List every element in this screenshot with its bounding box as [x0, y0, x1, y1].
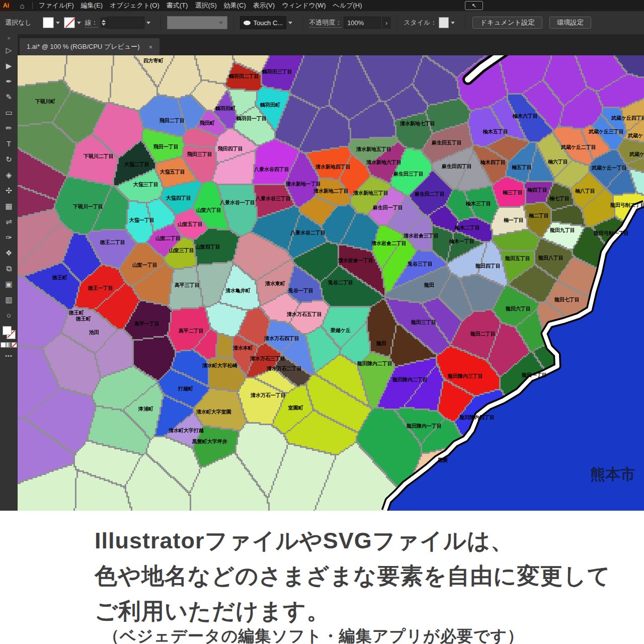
direct-selection-tool[interactable]: ▶: [0, 58, 18, 73]
blend-tool[interactable]: ❖: [0, 245, 18, 261]
district-label: 大窪四丁目: [166, 195, 191, 202]
district-label: 楠八丁目: [575, 188, 595, 195]
caption-area: IllustratorファイルやSVGファイルは、色や地名などのさまざまな要素を…: [0, 511, 644, 644]
fill-color-swatch[interactable]: [43, 17, 54, 28]
brush-definition-dropdown[interactable]: [167, 16, 227, 29]
pointer-tool-icon[interactable]: ↖: [465, 1, 483, 10]
brush-name-caret-icon[interactable]: [288, 22, 292, 24]
rectangle-tool[interactable]: ▭: [0, 105, 18, 120]
menu-item-8[interactable]: ヘルプ(H): [333, 1, 362, 10]
district-label: 楡木五丁目: [483, 128, 508, 135]
fill-proxy[interactable]: [3, 326, 12, 335]
none-button[interactable]: [12, 342, 17, 348]
menu-item-0[interactable]: ファイル(F): [39, 1, 74, 10]
zoom-tool[interactable]: ○: [0, 307, 18, 323]
menu-item-2[interactable]: オブジェクト(O): [110, 1, 159, 10]
color-mode-buttons[interactable]: [1, 342, 17, 348]
district-label: 龍田陳内三丁目: [448, 373, 483, 380]
document-canvas[interactable]: 四方寄町下硯川町下硯川二丁目下硯川一丁目鶴羽田二丁目鶴羽田三丁目鶴羽田町鶴羽田町…: [18, 55, 644, 511]
style-swatch[interactable]: [439, 17, 449, 28]
toolbar-collapse-icon[interactable]: »: [8, 34, 11, 42]
gradient-tool[interactable]: ▦: [0, 198, 18, 214]
district-label: 楠七丁目: [549, 195, 570, 202]
district-label: 清水亀井町: [225, 287, 251, 294]
rotate-tool[interactable]: ↻: [0, 151, 18, 167]
district-label: 麻生田二丁目: [415, 191, 445, 198]
gradient-button[interactable]: [6, 342, 12, 348]
preferences-button[interactable]: 環境設定: [549, 17, 591, 29]
district-label: 楡木二丁目: [455, 224, 480, 231]
divider: [302, 15, 303, 30]
district-label: 鶴羽田町: [260, 102, 280, 109]
district-label: 徳王二丁目: [100, 239, 125, 246]
stroke-caret-icon[interactable]: [77, 22, 81, 24]
stroke-weight-stepper[interactable]: [100, 17, 107, 28]
menu-bar: Ai ⌂ ファイル(F)編集(E)オブジェクト(O)書式(T)選択(S)効果(C…: [0, 0, 644, 11]
district-label: 兎谷三丁目: [408, 261, 433, 268]
district-label: 清水新地四丁目: [315, 164, 351, 171]
district-label: 龍田六丁目: [506, 305, 531, 312]
menu-item-1[interactable]: 編集(E): [81, 1, 103, 10]
district-label: 龍田弓削二丁目: [610, 202, 644, 209]
district-label: 飛田四丁目: [218, 145, 243, 152]
opacity-more-icon[interactable]: ›: [382, 17, 391, 29]
menu-item-7[interactable]: ウィンドウ(W): [282, 1, 326, 10]
stroke-weight-caret-icon[interactable]: [146, 22, 150, 24]
ai-logo-icon[interactable]: Ai: [0, 0, 12, 11]
divider: [397, 15, 397, 30]
document-setup-button[interactable]: ドキュメント設定: [472, 17, 542, 29]
shape-builder-tool[interactable]: ⧉: [0, 261, 18, 276]
district-label: 楡木六丁目: [513, 113, 538, 120]
fill-stroke-control[interactable]: [3, 326, 16, 339]
width-tool[interactable]: ⇌: [0, 214, 18, 229]
menu-item-3[interactable]: 書式(T): [167, 1, 188, 10]
brush-shape-icon: [244, 21, 251, 25]
district-label: 下硯川町: [35, 98, 55, 105]
district-label: 兎谷二丁目: [328, 279, 353, 286]
district-label: 四方寄町: [143, 57, 164, 64]
district-label: 飛田三丁目: [187, 151, 212, 158]
district-label: 黒髪町大字坪井: [192, 438, 227, 445]
tool-icons: ▷▶✒✎▭✏T↻◈✣▦⇌✑❖⧉▣▥○: [0, 42, 18, 323]
document-tab-title: 1.ai* @ 100 % (RGB/CPU プレビュー): [27, 42, 140, 51]
district-label: 武蔵ケ丘一丁目: [592, 165, 627, 172]
eyedropper-tool[interactable]: ✑: [0, 229, 18, 245]
type-tool[interactable]: T: [0, 136, 18, 151]
district-label: 武蔵ケ: [629, 151, 644, 158]
pen-tool[interactable]: ✒: [0, 73, 18, 89]
toolbar-more-icon[interactable]: •••: [5, 353, 13, 359]
brush-caret-icon[interactable]: [219, 22, 223, 24]
home-icon[interactable]: ⌂: [12, 2, 32, 10]
selection-tool[interactable]: ▷: [0, 42, 18, 58]
district-label: 鶴羽田二丁目: [229, 73, 259, 80]
brush-name-dropdown[interactable]: Touch C...: [240, 16, 287, 29]
district-label: 清水新地六丁目: [366, 159, 401, 166]
curvature-tool[interactable]: ✎: [0, 89, 18, 105]
menu-item-6[interactable]: 表示(V): [253, 1, 275, 10]
fill-caret-icon[interactable]: [56, 22, 60, 24]
district-label: 武蔵ケ丘三丁目: [589, 128, 624, 135]
eraser-tool[interactable]: ◈: [0, 167, 18, 183]
menu-item-4[interactable]: 選択(S): [195, 1, 216, 10]
style-caret-icon[interactable]: [451, 22, 455, 24]
district-label: 龍田五丁目: [505, 255, 530, 262]
stroke-color-swatch[interactable]: [64, 17, 75, 28]
stroke-weight-value[interactable]: [107, 17, 144, 29]
opacity-value[interactable]: 100%: [344, 17, 381, 29]
menu-item-5[interactable]: 効果(C): [224, 1, 246, 10]
district-label: 高平二丁目: [179, 328, 204, 335]
tab-close-icon[interactable]: ×: [149, 43, 153, 51]
document-tab-bar: 1.ai* @ 100 % (RGB/CPU プレビュー) ×: [18, 34, 644, 55]
paintbrush-tool[interactable]: ✏: [0, 120, 18, 136]
district-label: 清水町大字打越: [169, 427, 204, 434]
graph-tool[interactable]: ▥: [0, 292, 18, 307]
district-label: 清水新地二丁目: [313, 188, 349, 195]
document-tab[interactable]: 1.ai* @ 100 % (RGB/CPU プレビュー) ×: [20, 38, 159, 55]
illustrator-window: Ai ⌂ ファイル(F)編集(E)オブジェクト(O)書式(T)選択(S)効果(C…: [0, 0, 644, 644]
district-label: 麻生田五丁目: [432, 139, 462, 146]
color-button[interactable]: [1, 342, 6, 348]
selection-lasso-tool[interactable]: ✣: [0, 183, 18, 198]
artboard-tool[interactable]: ▣: [0, 276, 18, 292]
district-label: 山室六丁目: [196, 207, 221, 214]
district-label: 飛田一丁目: [153, 143, 179, 150]
